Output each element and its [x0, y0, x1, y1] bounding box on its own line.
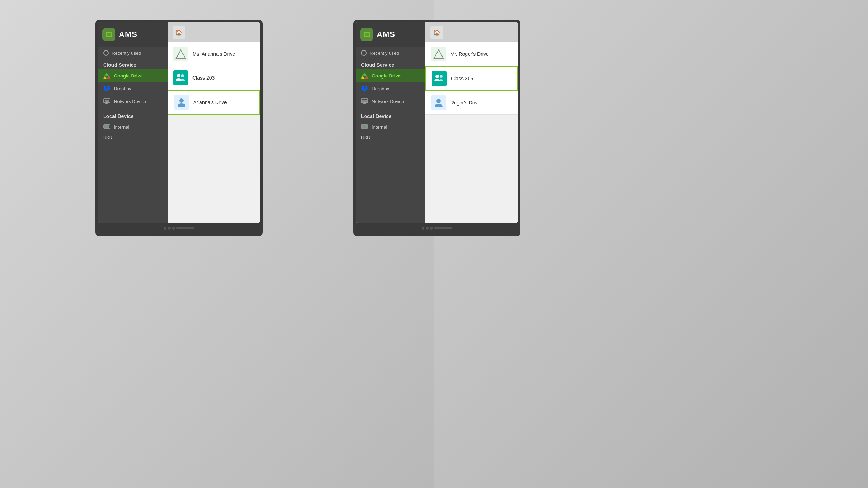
clock-icon-left: [103, 50, 109, 56]
file-name-left-1: Class 203: [192, 75, 215, 81]
svg-rect-0: [107, 33, 111, 36]
file-list-right: Mr. Roger's Drive Class 306: [425, 42, 518, 223]
file-icon-left-0: [173, 47, 188, 61]
base-dot-r2: [426, 227, 429, 230]
cloud-service-label-right: Cloud Service: [356, 59, 425, 69]
ams-title-right: AMS: [377, 30, 395, 39]
ams-header-left: AMS: [98, 22, 168, 47]
svg-marker-18: [176, 50, 185, 58]
svg-rect-34: [362, 100, 367, 102]
network-icon-left: [103, 98, 110, 105]
file-name-left-2: Arianna's Drive: [193, 100, 227, 105]
base-dot-2: [168, 227, 171, 230]
gdrive-label-right: Google Drive: [372, 73, 401, 79]
file-item-left-0[interactable]: Ms. Arianna's Drive: [168, 42, 260, 66]
base-dot-3: [172, 227, 175, 230]
local-device-label-left: Local Device: [98, 111, 168, 120]
file-icon-left-2: [174, 95, 189, 110]
file-icon-right-0: [431, 47, 446, 61]
clock-icon-right: [361, 50, 367, 56]
file-item-left-2[interactable]: Arianna's Drive: [168, 90, 260, 115]
sidebar-left: AMS Recently used Cloud Service Google D…: [98, 22, 168, 223]
svg-marker-41: [434, 50, 443, 58]
internal-label-left: Internal: [114, 124, 129, 130]
dropbox-label-right: Dropbox: [372, 86, 389, 91]
main-content-right: 🏠 Mr. Roger's Drive: [425, 22, 518, 223]
gdrive-icon-right: [361, 72, 368, 79]
base-bar-right: [434, 227, 452, 229]
monitor-base-left: [98, 223, 260, 234]
internal-icon-left: [103, 123, 110, 130]
folder-icon-right: [363, 31, 371, 38]
sidebar-network-right[interactable]: Network Device: [356, 95, 425, 108]
sidebar-network-left[interactable]: Network Device: [98, 95, 168, 108]
sidebar-dropbox-left[interactable]: Dropbox: [98, 82, 168, 95]
gdrive-label-left: Google Drive: [114, 73, 143, 79]
monitor-right: AMS Recently used Cloud Service Google D…: [353, 20, 520, 236]
usb-label-right: USB: [356, 133, 425, 143]
file-list-left: Ms. Arianna's Drive Class 203: [168, 42, 260, 223]
recently-used-right: Recently used: [356, 47, 425, 59]
internal-label-right: Internal: [372, 124, 387, 130]
sidebar-gdrive-left[interactable]: Google Drive: [98, 69, 168, 82]
recently-used-left: Recently used: [98, 47, 168, 59]
sidebar-internal-right[interactable]: Internal: [356, 120, 425, 133]
main-header-left: 🏠: [168, 22, 260, 42]
cloud-service-label-left: Cloud Service: [98, 59, 168, 69]
file-item-right-1[interactable]: Class 306: [425, 66, 518, 91]
network-label-left: Network Device: [114, 99, 146, 104]
svg-rect-39: [362, 125, 367, 128]
file-name-right-1: Class 306: [451, 76, 473, 81]
svg-rect-11: [105, 100, 109, 102]
svg-point-17: [108, 126, 109, 127]
sidebar-right: AMS Recently used Cloud Service Google D…: [356, 22, 425, 223]
file-icon-left-1: [173, 70, 188, 85]
monitor-left: AMS Recently used Cloud Service Google D…: [95, 20, 263, 236]
svg-point-43: [435, 75, 439, 78]
file-item-right-2[interactable]: Roger's Drive: [425, 91, 518, 115]
network-label-right: Network Device: [372, 99, 404, 104]
dropbox-icon-right: [361, 85, 368, 92]
svg-point-44: [440, 75, 443, 78]
svg-rect-23: [365, 33, 369, 36]
main-content-left: 🏠 Ms. Arianna's Drive: [168, 22, 260, 223]
svg-point-40: [366, 126, 367, 127]
screen-left: AMS Recently used Cloud Service Google D…: [98, 22, 260, 223]
file-icon-right-2: [431, 95, 446, 110]
home-button-left[interactable]: 🏠: [173, 26, 185, 39]
sidebar-dropbox-right[interactable]: Dropbox: [356, 82, 425, 95]
ams-logo-left: [102, 28, 115, 41]
dropbox-icon-left: [103, 85, 110, 92]
base-dot-r3: [430, 227, 433, 230]
gdrive-icon-left: [103, 72, 110, 79]
svg-rect-16: [104, 125, 109, 128]
local-device-label-right: Local Device: [356, 111, 425, 120]
dropbox-label-left: Dropbox: [114, 86, 131, 91]
svg-point-22: [179, 98, 184, 103]
network-icon-right: [361, 98, 368, 105]
ams-title-left: AMS: [119, 30, 137, 39]
screen-right: AMS Recently used Cloud Service Google D…: [356, 22, 518, 223]
monitor-base-right: [356, 223, 518, 234]
svg-point-21: [181, 74, 184, 77]
sidebar-gdrive-right[interactable]: Google Drive: [356, 69, 425, 82]
sidebar-internal-left[interactable]: Internal: [98, 120, 168, 133]
file-name-right-0: Mr. Roger's Drive: [450, 51, 489, 57]
main-header-right: 🏠: [425, 22, 518, 42]
svg-point-20: [177, 74, 180, 77]
file-name-left-0: Ms. Arianna's Drive: [192, 51, 235, 57]
internal-icon-right: [361, 123, 368, 130]
base-dot-r1: [422, 227, 424, 230]
ams-logo-right: [360, 28, 373, 41]
base-bar-left: [176, 227, 194, 229]
file-name-right-2: Roger's Drive: [450, 100, 480, 106]
base-dot-1: [164, 227, 166, 230]
svg-point-45: [436, 99, 441, 103]
usb-label-left: USB: [98, 133, 168, 143]
home-button-right[interactable]: 🏠: [430, 26, 443, 39]
file-icon-right-1: [432, 71, 447, 86]
folder-icon-left: [105, 31, 113, 38]
file-item-left-1[interactable]: Class 203: [168, 66, 260, 90]
file-item-right-0[interactable]: Mr. Roger's Drive: [425, 42, 518, 66]
ams-header-right: AMS: [356, 22, 425, 47]
